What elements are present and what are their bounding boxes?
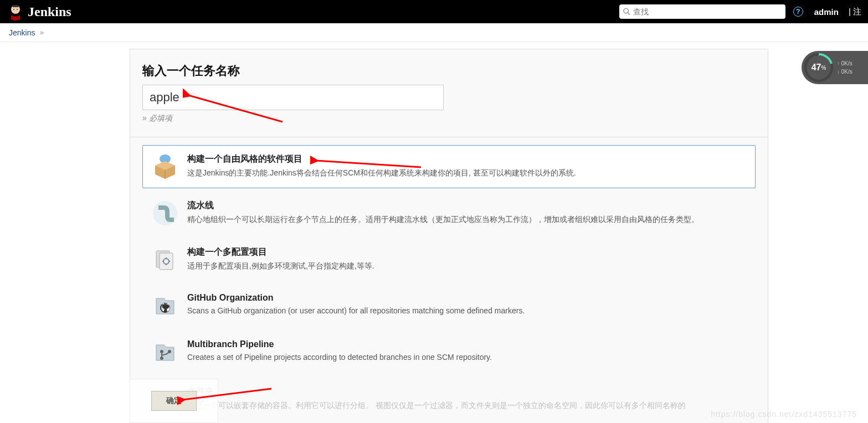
job-type-github-org[interactable]: GitHub OrganizationScans a GitHub organi… — [142, 285, 756, 328]
github-icon — [152, 293, 178, 319]
chevron-right-icon: ▶ — [40, 29, 45, 35]
svg-rect-1 — [12, 5, 19, 7]
section-separator — [130, 137, 768, 137]
gauge-stats: 0K/s 0K/s — [837, 59, 852, 76]
gauge-down: 0K/s — [837, 68, 852, 76]
job-title: 文件夹 — [187, 386, 746, 398]
breadcrumb: Jenkins ▶ — [0, 23, 868, 42]
user-link[interactable]: admin — [814, 7, 839, 17]
package-icon — [152, 153, 178, 180]
main-panel: 输入一个任务名称 » 必填项 构建一个自由风格的软件项目这是Jenkins的主要… — [130, 49, 768, 423]
job-type-multibranch[interactable]: Multibranch PipelineCreates a set of Pip… — [142, 331, 756, 374]
job-desc: 这是Jenkins的主要功能.Jenkins将会结合任何SCM和任何构建系统来构… — [187, 167, 746, 179]
svg-point-3 — [17, 9, 18, 10]
gauge-up: 0K/s — [837, 59, 852, 68]
job-type-freestyle[interactable]: 构建一个自由风格的软件项目这是Jenkins的主要功能.Jenkins将会结合任… — [142, 145, 756, 188]
svg-point-2 — [13, 9, 14, 10]
job-title: Multibranch Pipeline — [187, 339, 746, 349]
item-name-input[interactable] — [142, 85, 444, 110]
svg-point-4 — [624, 8, 628, 13]
required-hint: » 必填项 — [142, 114, 756, 123]
job-type-list: 构建一个自由风格的软件项目这是Jenkins的主要功能.Jenkins将会结合任… — [142, 145, 756, 421]
job-type-multiconfig[interactable]: 构建一个多配置项目适用于多配置项目,例如多环境测试,平台指定构建,等等. — [142, 238, 756, 281]
svg-rect-10 — [160, 253, 173, 270]
job-desc: Creates a set of Pipeline projects accor… — [187, 352, 746, 363]
svg-point-13 — [160, 350, 163, 353]
search-box[interactable] — [619, 4, 785, 19]
job-title: 流水线 — [187, 200, 746, 212]
job-title: 构建一个自由风格的软件项目 — [187, 153, 746, 165]
pipe-icon — [152, 200, 178, 226]
job-type-pipeline[interactable]: 流水线精心地组织一个可以长期运行在多个节点上的任务。适用于构建流水线（更加正式地… — [142, 192, 756, 235]
job-desc: 精心地组织一个可以长期运行在多个节点上的任务。适用于构建流水线（更加正式地应当称… — [187, 214, 746, 225]
svg-point-14 — [160, 357, 163, 360]
job-type-folder[interactable]: 文件夹创建一个可以嵌套存储的容器。利用它可以进行分组。 视图仅仅是一个过滤器，而… — [142, 378, 756, 421]
help-icon[interactable]: ? — [793, 7, 803, 17]
jenkins-logo-icon — [7, 3, 24, 20]
job-title: 构建一个多配置项目 — [187, 246, 746, 258]
job-desc: 创建一个可以嵌套存储的容器。利用它可以进行分组。 视图仅仅是一个过滤器，而文件夹… — [187, 400, 746, 411]
multiconfig-icon — [152, 246, 178, 273]
job-desc: 适用于多配置项目,例如多环境测试,平台指定构建,等等. — [187, 260, 746, 272]
form-title: 输入一个任务名称 — [142, 63, 756, 79]
top-header: Jenkins ? admin | 注 — [0, 0, 868, 23]
gauge-ring-icon: 47% — [804, 53, 834, 82]
job-desc: Scans a GitHub organization (or user acc… — [187, 305, 746, 317]
logo-text: Jenkins — [28, 4, 71, 19]
watermark: https://blog.csdn.net/zxd1435513775 — [711, 410, 857, 419]
job-title: GitHub Organization — [187, 293, 746, 303]
ok-button-wrap: 确定 — [130, 379, 218, 423]
search-icon — [623, 7, 631, 16]
perf-gauge[interactable]: 47% 0K/s 0K/s — [802, 51, 868, 84]
gauge-value: 47 — [811, 63, 821, 73]
search-input[interactable] — [633, 7, 782, 16]
breadcrumb-root[interactable]: Jenkins — [9, 28, 35, 37]
header-divider: | 注 — [849, 7, 861, 17]
svg-line-5 — [628, 13, 630, 15]
ok-button[interactable]: 确定 — [151, 391, 197, 411]
logo[interactable]: Jenkins — [7, 3, 71, 20]
gauge-unit: % — [821, 65, 826, 71]
multibranch-icon — [152, 339, 178, 366]
